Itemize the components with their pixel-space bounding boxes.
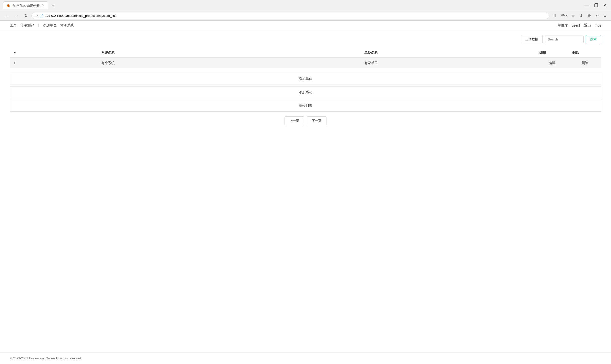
main-nav: 主页 等级测评 | 添加单位 添加系统 <box>10 23 74 27</box>
quick-action-add-unit[interactable]: 添加单位 <box>10 73 601 85</box>
menu-btn[interactable]: ≡ <box>602 13 608 19</box>
tab-title: -测评在线-系统列表 <box>12 3 40 8</box>
quick-action-unit-list[interactable]: 单位列表 <box>10 100 601 112</box>
nav-separator: | <box>38 23 39 27</box>
cell-system-name: 有个系统 <box>97 58 360 68</box>
search-bar: 上传数据 搜索 <box>10 35 601 43</box>
reload-btn[interactable]: ↻ <box>22 13 29 19</box>
edit-link[interactable]: 编辑 <box>549 61 555 65</box>
browser-tab[interactable]: ◉ -测评在线-系统列表 ✕ <box>3 1 48 9</box>
bookmark-btn[interactable]: ☆ <box>569 13 577 19</box>
col-header-num: # <box>10 48 97 58</box>
user-link[interactable]: user1 <box>572 23 580 27</box>
cell-edit[interactable]: 编辑 <box>535 58 568 68</box>
search-input[interactable] <box>545 36 584 43</box>
delete-link[interactable]: 删除 <box>582 61 588 65</box>
download-btn[interactable]: ⬇ <box>578 13 585 19</box>
address-icon-doc: 📄 <box>40 14 44 18</box>
forward-btn[interactable]: → <box>13 13 20 19</box>
history-back-btn[interactable]: ↩ <box>594 13 601 19</box>
toolbar-actions: ⠿ 90% ☆ ⬇ ⚙ ↩ ≡ <box>551 13 608 19</box>
cell-unit-name: 有家单位 <box>360 58 536 68</box>
col-header-edit: 编辑 <box>535 48 568 58</box>
minimize-btn[interactable]: — <box>584 2 591 9</box>
window-controls: — ❐ ✕ <box>584 2 608 9</box>
data-table: # 系统名称 单位名称 编辑 删除 1 有个系统 有家单位 编辑 删除 <box>10 48 601 68</box>
maximize-btn[interactable]: ❐ <box>593 2 599 9</box>
quick-action-add-unit-label[interactable]: 添加单位 <box>10 73 601 85</box>
header-actions: 单位库 user1 退出 Tips <box>558 23 601 27</box>
quick-action-add-system-label[interactable]: 添加系统 <box>10 87 601 98</box>
table-row: 1 有个系统 有家单位 编辑 删除 <box>10 58 601 68</box>
pagination: 上一页 下一页 <box>10 117 601 125</box>
col-header-unit: 单位名称 <box>360 48 536 58</box>
col-header-delete: 删除 <box>568 48 601 58</box>
cell-delete[interactable]: 删除 <box>568 58 601 68</box>
address-bar-wrap: 🛡 📄 <box>31 13 549 19</box>
main-content: 上传数据 搜索 # 系统名称 单位名称 编辑 删除 1 有个系统 有家单位 编辑 <box>0 30 611 130</box>
cell-num: 1 <box>10 58 97 68</box>
address-input[interactable] <box>45 14 546 18</box>
quick-actions-table: 添加单位 添加系统 单位列表 <box>10 73 601 112</box>
table-header-row: # 系统名称 单位名称 编辑 删除 <box>10 48 601 58</box>
unit-library-link[interactable]: 单位库 <box>558 23 568 27</box>
new-tab-btn[interactable]: + <box>50 3 56 8</box>
col-header-system: 系统名称 <box>97 48 360 58</box>
search-btn[interactable]: 搜索 <box>586 35 601 43</box>
extensions-btn[interactable]: ⠿ <box>551 13 558 19</box>
browser-titlebar: ◉ -测评在线-系统列表 ✕ + — ❐ ✕ <box>0 0 611 11</box>
nav-add-system[interactable]: 添加系统 <box>60 23 74 27</box>
security-icon: 🛡 <box>35 14 38 18</box>
tab-favicon: ◉ <box>7 3 10 8</box>
back-btn[interactable]: ← <box>3 13 11 19</box>
browser-toolbar: ← → ↻ 🛡 📄 ⠿ 90% ☆ ⬇ ⚙ ↩ ≡ <box>0 11 611 20</box>
profile-btn[interactable]: ⚙ <box>586 13 593 19</box>
quick-action-add-system[interactable]: 添加系统 <box>10 87 601 98</box>
close-btn[interactable]: ✕ <box>601 2 608 9</box>
nav-add-unit[interactable]: 添加单位 <box>43 23 57 27</box>
quick-action-unit-list-label[interactable]: 单位列表 <box>10 100 601 112</box>
quick-action-spacer1 <box>10 85 601 87</box>
upload-btn[interactable]: 上传数据 <box>521 35 543 43</box>
quick-action-spacer2 <box>10 98 601 100</box>
tips-link[interactable]: Tips <box>595 23 601 27</box>
nav-grade-eval[interactable]: 等级测评 <box>20 23 34 27</box>
app-header: 主页 等级测评 | 添加单位 添加系统 单位库 user1 退出 Tips <box>0 21 611 30</box>
tab-close-btn[interactable]: ✕ <box>41 4 45 8</box>
next-page-btn[interactable]: 下一页 <box>307 117 326 125</box>
nav-home[interactable]: 主页 <box>10 23 17 27</box>
zoom-level: 90% <box>559 13 568 19</box>
logout-link[interactable]: 退出 <box>584 23 591 27</box>
prev-page-btn[interactable]: 上一页 <box>285 117 304 125</box>
browser-chrome: ◉ -测评在线-系统列表 ✕ + — ❐ ✕ ← → ↻ 🛡 📄 ⠿ 90% ☆… <box>0 0 611 21</box>
